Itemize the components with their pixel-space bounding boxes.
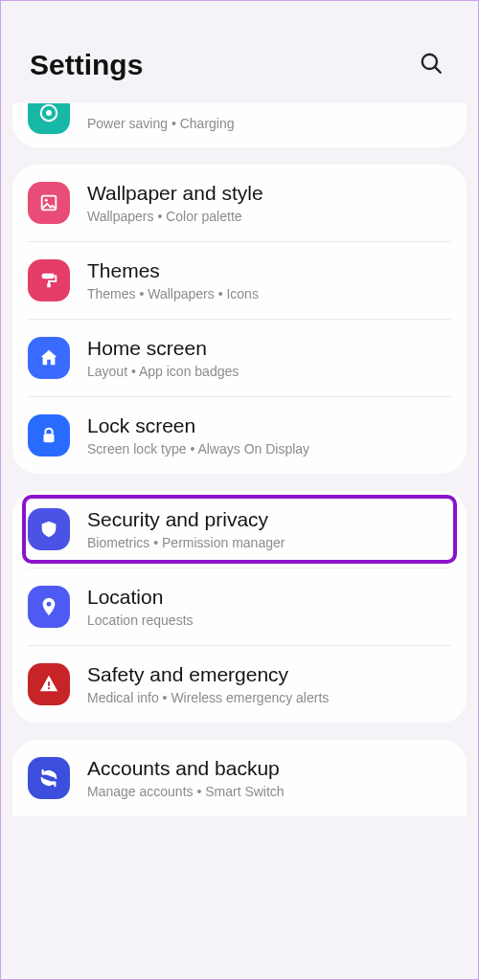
item-sub: Wallpapers • Color palette [87, 209, 449, 224]
location-icon [28, 586, 70, 628]
item-label: Location [87, 586, 449, 609]
settings-group: Security and privacy Biometrics • Permis… [12, 491, 467, 723]
settings-group: Accounts and backup Manage accounts • Sm… [12, 740, 467, 816]
shield-icon [28, 508, 70, 550]
page-title: Settings [30, 49, 143, 81]
svg-rect-11 [48, 687, 50, 689]
svg-point-3 [46, 110, 52, 116]
alert-icon [28, 663, 70, 705]
svg-rect-8 [44, 434, 55, 442]
svg-rect-6 [42, 274, 55, 279]
item-label: Wallpaper and style [87, 182, 449, 205]
svg-rect-7 [47, 283, 51, 288]
item-sub: Power saving • Charging [87, 116, 449, 131]
sync-icon [28, 757, 70, 799]
settings-item-security[interactable]: Security and privacy Biometrics • Permis… [28, 491, 451, 568]
item-sub: Location requests [87, 612, 449, 628]
svg-rect-10 [48, 681, 50, 686]
search-icon [419, 64, 444, 78]
home-icon [28, 337, 70, 379]
settings-item-accounts[interactable]: Accounts and backup Manage accounts • Sm… [28, 740, 451, 816]
settings-item-lock-screen[interactable]: Lock screen Screen lock type • Always On… [28, 396, 451, 474]
settings-item-battery[interactable]: Power saving • Charging [28, 103, 451, 147]
image-icon [28, 182, 70, 224]
item-sub: Layout • App icon badges [87, 364, 449, 379]
item-sub: Manage accounts • Smart Switch [87, 784, 449, 799]
item-sub: Biometrics • Permission manager [87, 535, 449, 550]
svg-point-9 [47, 602, 52, 607]
item-label: Security and privacy [87, 508, 449, 531]
item-label: Accounts and backup [87, 757, 449, 780]
item-sub: Medical info • Wireless emergency alerts [87, 690, 449, 705]
settings-item-location[interactable]: Location Location requests [28, 568, 451, 645]
item-sub: Themes • Wallpapers • Icons [87, 286, 449, 301]
settings-item-home-screen[interactable]: Home screen Layout • App icon badges [28, 319, 451, 396]
settings-item-safety[interactable]: Safety and emergency Medical info • Wire… [28, 645, 451, 723]
settings-group: Wallpaper and style Wallpapers • Color p… [12, 165, 467, 474]
item-label: Safety and emergency [87, 663, 449, 686]
settings-item-themes[interactable]: Themes Themes • Wallpapers • Icons [28, 241, 451, 319]
settings-group: Power saving • Charging [12, 103, 467, 147]
item-sub: Screen lock type • Always On Display [87, 441, 449, 457]
svg-line-1 [435, 67, 440, 72]
lock-icon [28, 414, 70, 457]
svg-point-5 [45, 199, 48, 202]
paint-roller-icon [28, 259, 70, 301]
item-label: Home screen [87, 337, 449, 360]
search-button[interactable] [413, 45, 449, 84]
item-label: Themes [87, 259, 449, 282]
battery-icon [28, 103, 70, 134]
item-label: Lock screen [87, 414, 449, 437]
settings-item-wallpaper[interactable]: Wallpaper and style Wallpapers • Color p… [28, 165, 451, 241]
